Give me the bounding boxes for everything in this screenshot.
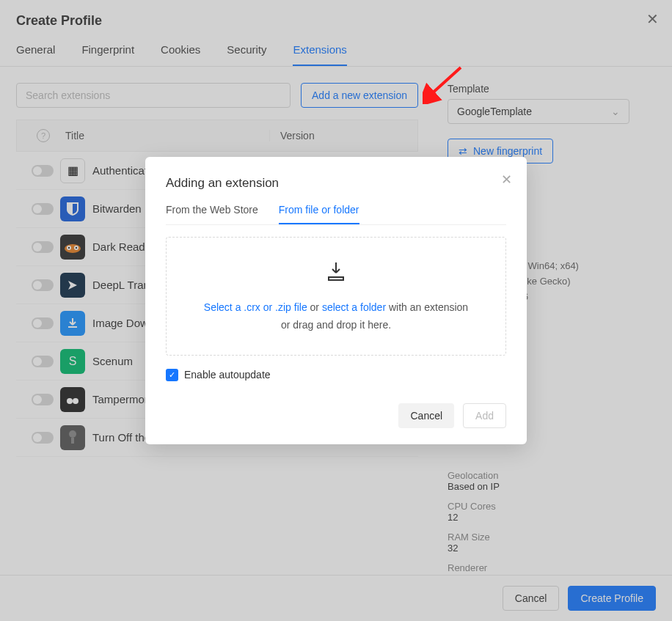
- svg-line-9: [430, 67, 461, 95]
- modal-tabs: From the Web Store From file or folder: [166, 204, 506, 225]
- modal-add-button[interactable]: Add: [463, 403, 506, 428]
- modal-tab-fromfile[interactable]: From file or folder: [279, 204, 359, 224]
- modal-close-icon[interactable]: ✕: [501, 172, 512, 188]
- annotation-arrow: [423, 63, 467, 104]
- download-icon: [181, 261, 491, 282]
- autoupdate-label: Enable autoupdate: [184, 369, 271, 381]
- select-folder-link[interactable]: select a folder: [322, 301, 386, 313]
- modal-overlay: ✕ Adding an extension From the Web Store…: [0, 0, 672, 621]
- modal-tab-webstore[interactable]: From the Web Store: [166, 204, 258, 224]
- dropzone-text: Select a .crx or .zip file or select a f…: [181, 299, 491, 334]
- select-file-link[interactable]: Select a .crx or .zip file: [204, 301, 307, 313]
- modal-title: Adding an extension: [166, 176, 506, 191]
- dropzone[interactable]: Select a .crx or .zip file or select a f…: [166, 237, 506, 356]
- autoupdate-checkbox[interactable]: ✓: [166, 369, 178, 381]
- modal-cancel-button[interactable]: Cancel: [398, 403, 454, 428]
- add-extension-modal: ✕ Adding an extension From the Web Store…: [145, 157, 527, 444]
